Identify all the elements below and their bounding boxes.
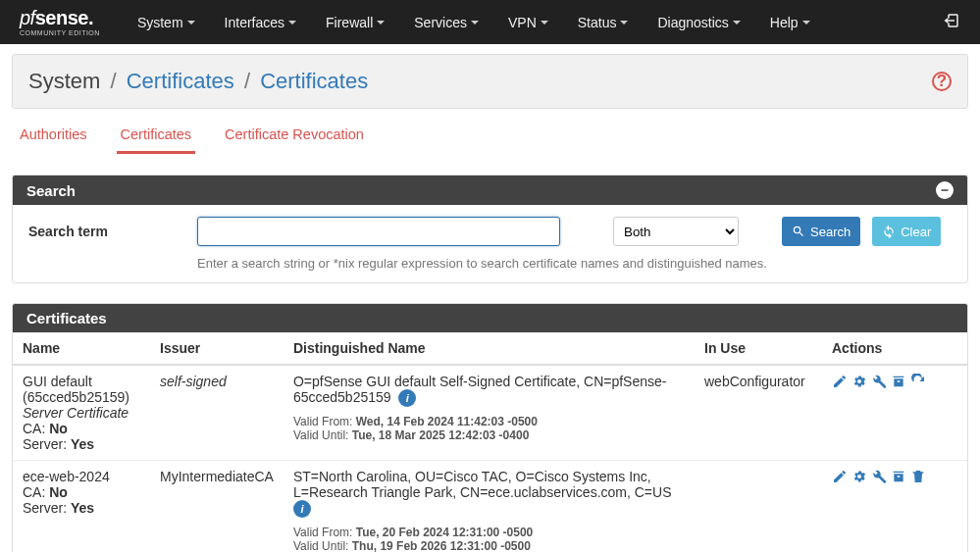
nav-status[interactable]: Status (578, 15, 629, 30)
cell-actions (822, 365, 967, 461)
nav-services[interactable]: Services (414, 15, 479, 30)
brand-dot: . (88, 7, 93, 28)
caret-icon (288, 21, 296, 25)
gear-icon[interactable] (851, 374, 867, 389)
brand-subtitle: COMMUNITY EDITION (20, 29, 100, 36)
cell-name: ece-web-2024CA: NoServer: Yes (13, 461, 150, 553)
breadcrumb-certificates-parent[interactable]: Certificates (127, 69, 234, 93)
certificates-table: NameIssuerDistinguished NameIn UseAction… (13, 332, 967, 552)
nav-interfaces[interactable]: Interfaces (225, 15, 296, 30)
breadcrumb-system[interactable]: System (28, 69, 100, 93)
wrench-icon[interactable] (871, 469, 887, 484)
certificates-panel-title: Certificates (26, 310, 107, 326)
logout-icon[interactable] (943, 12, 960, 32)
caret-icon (187, 21, 195, 25)
cell-actions (822, 461, 967, 553)
wrench-icon[interactable] (871, 374, 887, 389)
archive-icon[interactable] (891, 374, 906, 389)
pencil-icon[interactable] (832, 469, 848, 484)
search-input[interactable] (197, 217, 560, 246)
column-actions: Actions (822, 332, 967, 365)
brand-logo[interactable]: pfsense. COMMUNITY EDITION (20, 8, 100, 36)
certificates-panel: Certificates NameIssuerDistinguished Nam… (12, 303, 968, 552)
brand-pf: pf (20, 7, 35, 28)
nav-diagnostics[interactable]: Diagnostics (657, 15, 740, 30)
column-issuer: Issuer (150, 332, 284, 365)
trash-icon[interactable] (910, 469, 926, 484)
navbar-left: pfsense. COMMUNITY EDITION SystemInterfa… (20, 8, 810, 36)
cell-in-use: webConfigurator (695, 365, 822, 461)
column-in-use: In Use (695, 332, 822, 365)
nav-system[interactable]: System (137, 15, 195, 30)
search-panel: Search Search term Both Search (12, 175, 968, 283)
caret-icon (471, 21, 479, 25)
brand-sense: sense (35, 7, 88, 28)
nav-firewall[interactable]: Firewall (326, 15, 385, 30)
cell-issuer: MyIntermediateCA (150, 461, 284, 553)
tabs: AuthoritiesCertificatesCertificate Revoc… (12, 109, 968, 155)
search-button[interactable]: Search (782, 217, 860, 246)
pencil-icon[interactable] (832, 374, 848, 389)
nav-vpn[interactable]: VPN (508, 15, 548, 30)
search-panel-heading: Search (13, 176, 967, 205)
search-type-select[interactable]: Both (613, 217, 739, 246)
breadcrumb: System / Certificates / Certificates (28, 69, 368, 94)
tab-authorities[interactable]: Authorities (16, 121, 91, 154)
caret-icon (377, 21, 385, 25)
refresh-icon[interactable] (910, 374, 926, 389)
cell-distinguished-name: O=pfSense GUI default Self-Signed Certif… (284, 365, 695, 461)
cell-in-use (695, 461, 822, 553)
collapse-icon[interactable] (936, 181, 954, 199)
top-navbar: pfsense. COMMUNITY EDITION SystemInterfa… (0, 0, 980, 44)
column-distinguished-name: Distinguished Name (284, 332, 695, 365)
search-panel-title: Search (26, 182, 76, 199)
table-row: GUI default (65cced5b25159)Server Certif… (13, 365, 967, 461)
search-help-text: Enter a search string or *nix regular ex… (197, 256, 952, 271)
help-icon[interactable]: ? (932, 72, 952, 91)
caret-icon (733, 21, 741, 25)
caret-icon (541, 21, 548, 25)
info-icon[interactable]: i (293, 500, 311, 518)
breadcrumb-certificates[interactable]: Certificates (260, 69, 368, 93)
clear-button[interactable]: Clear (872, 217, 941, 246)
nav-help[interactable]: Help (770, 15, 810, 30)
nav-menu: SystemInterfacesFirewallServicesVPNStatu… (137, 15, 810, 30)
search-label: Search term (28, 224, 185, 239)
search-panel-body: Search term Both Search Clear Enter a se… (13, 205, 967, 282)
info-icon[interactable]: i (398, 389, 416, 407)
table-row: ece-web-2024CA: NoServer: YesMyIntermedi… (13, 461, 967, 553)
gear-icon[interactable] (851, 469, 867, 484)
column-name: Name (13, 332, 150, 365)
tab-certificates[interactable]: Certificates (117, 121, 196, 154)
search-button-label: Search (810, 225, 851, 239)
tab-certificate-revocation[interactable]: Certificate Revocation (221, 121, 368, 154)
caret-icon (620, 21, 628, 25)
caret-icon (802, 21, 810, 25)
cell-distinguished-name: ST=North Carolina, OU=Cisco TAC, O=Cisco… (284, 461, 695, 553)
cell-issuer: self-signed (150, 365, 284, 461)
certificates-panel-heading: Certificates (13, 304, 967, 332)
archive-icon[interactable] (891, 469, 906, 484)
page-header: System / Certificates / Certificates ? (12, 54, 968, 109)
svg-rect-0 (942, 189, 949, 191)
clear-button-label: Clear (901, 225, 931, 239)
cell-name: GUI default (65cced5b25159)Server Certif… (13, 365, 150, 461)
